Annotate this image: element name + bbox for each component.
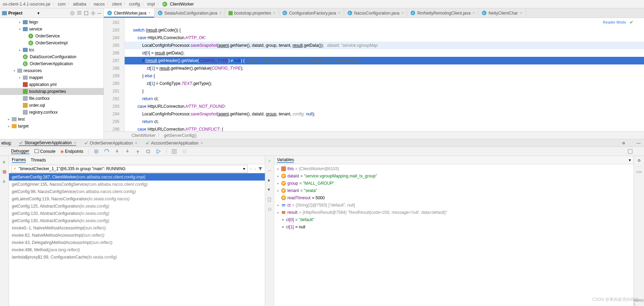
prev-frame-icon[interactable]: ↑ [250, 166, 252, 171]
frame-row[interactable]: getLatestConfig:119, NacosConfiguration … [9, 195, 265, 202]
frame-row[interactable]: getConfigInner:155, NacosConfigService (… [9, 181, 265, 188]
variable-row[interactable]: ▸ this = {ClientWorker@6103} [274, 165, 634, 172]
step-out-icon[interactable] [135, 149, 141, 154]
console-tab[interactable]: Console [34, 149, 55, 154]
variable-row[interactable]: P readTimeout = 5000 [274, 194, 634, 201]
evaluate-icon[interactable] [171, 149, 177, 154]
crumb[interactable]: com [58, 2, 66, 7]
variable-row[interactable]: ▸ result = {HttpRestResult@7584} "RestRe… [274, 209, 634, 216]
tree-item[interactable]: ▸target [0, 123, 104, 130]
hide-icon[interactable]: — [636, 141, 641, 146]
frame-row[interactable]: invoke:62, NativeMethodAccessorImpl (sun… [9, 231, 265, 239]
tree-item[interactable]: IOrderService [0, 33, 104, 40]
step-over-icon[interactable] [104, 149, 109, 154]
variable-row[interactable]: ⚭ ct[1] = null [274, 223, 634, 230]
close-icon[interactable]: × [149, 11, 151, 15]
tree-item[interactable]: ▾service [0, 26, 104, 33]
close-icon[interactable]: × [273, 11, 275, 15]
variable-row[interactable]: ▸P dataId = "service.vgroupMapping.mall_… [274, 172, 634, 180]
close-icon[interactable]: × [338, 11, 340, 15]
stop-icon[interactable] [2, 169, 7, 175]
close-icon[interactable]: × [401, 11, 403, 15]
gear-icon[interactable] [637, 158, 642, 163]
editor-tabs[interactable]: CClientWorker.java×CSeataAutoConfigurati… [104, 8, 644, 18]
variables-tab[interactable]: Variables [277, 157, 294, 163]
endpoints-tab[interactable]: ◉ Endpoints [60, 149, 83, 154]
editor-tab[interactable]: CRmNettyRemotingClient.java× [407, 8, 478, 18]
trace-icon[interactable] [182, 149, 187, 154]
frame-row[interactable]: getConfig:120, AbstractConfiguration (io… [9, 210, 265, 217]
editor-tab[interactable]: CNacosConfiguration.java× [344, 8, 408, 18]
debug-run-tab[interactable]: AccountServerApplication × [145, 140, 203, 146]
close-icon[interactable]: × [473, 11, 475, 15]
crumb[interactable]: getServerConfig() [164, 133, 197, 138]
tree-item[interactable]: order.sql [0, 102, 104, 109]
crumb[interactable]: client [112, 2, 122, 7]
force-step-into-icon[interactable] [125, 149, 130, 154]
link-icon[interactable] [267, 207, 272, 212]
debug-run-tab[interactable]: OrderServerApplication × [84, 140, 137, 146]
add-watch-icon[interactable]: + [267, 158, 272, 164]
tree-item[interactable]: CDataSourceConfiguration [0, 53, 104, 60]
editor-tab[interactable]: CConfigurationFactory.java× [279, 8, 344, 18]
frame-row[interactable]: invoke0:-1, NativeMethodAccessorImpl (su… [9, 224, 265, 231]
run-to-cursor-icon[interactable] [156, 149, 161, 154]
hide-icon[interactable]: — [97, 11, 101, 16]
editor-tab[interactable]: CNettyClientChar× [478, 8, 526, 18]
variable-row[interactable]: ⚭ ct[0] = "default" [274, 216, 634, 223]
tree-item[interactable]: registry.confxxx [0, 109, 104, 116]
editor-tab[interactable]: CSeataAutoConfiguration.java× [154, 8, 225, 18]
editor-breadcrumb[interactable]: ClientWorker〉 getServerConfig() [104, 131, 644, 139]
crumb[interactable]: os-client-1.4.1-sources.jar [3, 2, 51, 7]
tree-item[interactable]: ▸feign [0, 19, 104, 26]
frames-tab[interactable]: Frames [12, 157, 26, 163]
editor-tab[interactable]: bootstrap.properties× [225, 8, 279, 18]
thread-selector[interactable]: ✔ "timeoutChecker_1_1"@6,335 in group "m… [9, 164, 265, 173]
expand-icon[interactable] [77, 10, 82, 16]
crumb[interactable]: config [129, 2, 140, 7]
down-icon[interactable]: ▼ [267, 187, 272, 193]
layout-icon[interactable] [627, 149, 633, 154]
debugger-tab[interactable]: Debugger [11, 149, 29, 154]
crumb[interactable]: ClientWorker [170, 2, 194, 7]
resume-icon[interactable] [2, 179, 7, 184]
frame-row[interactable]: lambda$proxy$1:99, ConfigurationCache (i… [9, 253, 265, 261]
chevron-down-icon[interactable]: ▾ [37, 11, 39, 16]
collapse-icon[interactable] [83, 10, 89, 16]
gear-icon[interactable] [90, 10, 96, 16]
show-frames-icon[interactable] [93, 149, 99, 154]
debug-run-tab[interactable]: StorageServerApplication × [19, 140, 76, 146]
variable-row[interactable]: ▸ ct = {String[2]@7583} ["default", null… [274, 201, 634, 209]
frame-row[interactable]: invoke:43, DelegatingMethodAccessorImpl … [9, 239, 265, 246]
reader-mode-label[interactable]: Reader Mode [603, 20, 626, 24]
variable-row[interactable]: ▸P tenant = "seata" [274, 187, 634, 194]
crumb[interactable]: impl [147, 2, 155, 7]
threads-tab[interactable]: Threads [31, 158, 46, 163]
tree-item[interactable]: ▸tcc [0, 46, 104, 53]
up-icon[interactable]: ▲ [267, 177, 272, 183]
copy-icon[interactable] [267, 197, 272, 202]
tree-item[interactable]: ▾resources [0, 67, 104, 74]
rerun-icon[interactable] [2, 159, 7, 165]
filter-icon[interactable] [258, 166, 263, 171]
crumb[interactable]: nacos [93, 2, 105, 7]
project-tree[interactable]: ▸feign▾serviceIOrderServiceCOrderService… [0, 18, 104, 139]
frame-row[interactable]: getConfig:130, AbstractConfiguration (io… [9, 217, 265, 224]
drop-frame-icon[interactable] [145, 149, 151, 154]
tree-item[interactable]: bootstrap.properties [0, 88, 104, 95]
chevron-down-icon[interactable]: ▾ [243, 166, 245, 171]
code-area[interactable]: switch (result.getCode()) { case HttpURL… [125, 18, 644, 131]
frames-list[interactable]: getServerConfig:287, ClientWorker (com.a… [9, 173, 265, 306]
crumb[interactable]: alibaba [73, 2, 87, 7]
variable-row[interactable]: ▸P group = "MALL_GROUP" [274, 180, 634, 187]
gear-icon[interactable] [621, 141, 626, 146]
frame-row[interactable]: getConfig:98, NacosConfigService (com.al… [9, 188, 265, 195]
next-frame-icon[interactable]: ↓ [254, 166, 256, 171]
tree-item[interactable]: ▸mapper [0, 74, 104, 81]
tree-item[interactable]: ▸test [0, 116, 104, 123]
tree-item[interactable]: application.yml [0, 81, 104, 88]
variables-list[interactable]: ▸ this = {ClientWorker@6103}▸P dataId = … [274, 164, 634, 306]
editor[interactable]: 2822832842852862872882892902912922932942… [104, 18, 644, 131]
frame-row[interactable]: getServerConfig:287, ClientWorker (com.a… [9, 173, 265, 181]
tree-item[interactable]: COrderServerApplication [0, 60, 104, 67]
